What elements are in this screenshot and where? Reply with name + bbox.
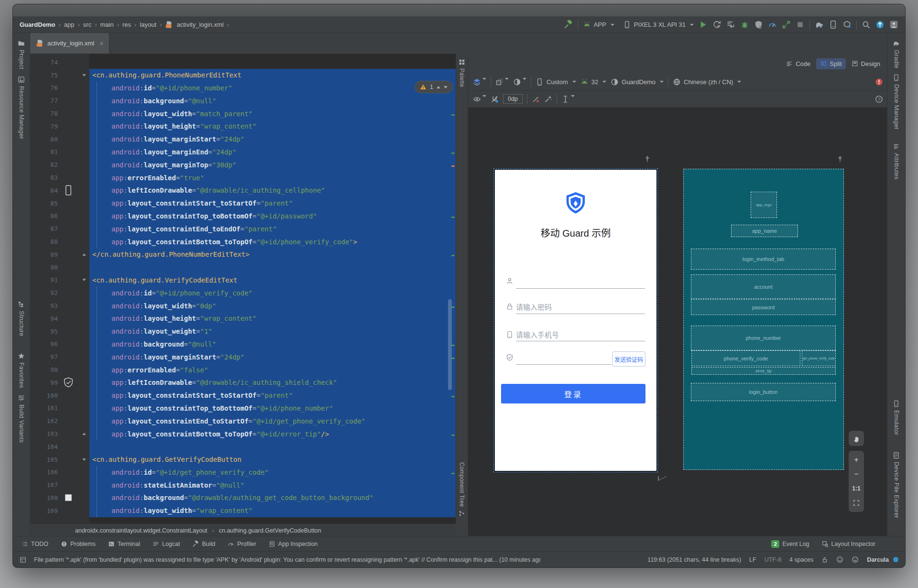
code-text[interactable]: android:layout_weight="1" <box>89 325 456 338</box>
toolwindow-button-build-variants[interactable]: Build Variants <box>13 394 30 443</box>
mode-code[interactable]: Code <box>782 58 814 69</box>
code-line-88[interactable]: 88app:layout_constraintBottom_toTopOf="@… <box>30 235 456 248</box>
debug-button[interactable] <box>740 20 749 29</box>
tab-activity-login-xml[interactable]: </> activity_login.xml × <box>30 33 109 54</box>
toolwindow-button-attributes[interactable]: Attributes <box>887 143 905 180</box>
code-line-106[interactable]: 106android:id="@+id/get_phone_verify_cod… <box>30 466 456 479</box>
code-text[interactable]: android:layout_marginStart="24dp" <box>89 133 456 146</box>
search-button[interactable] <box>862 20 871 29</box>
run-button[interactable] <box>699 20 708 29</box>
breadcrumb-item[interactable]: app <box>64 21 75 28</box>
code-text[interactable]: app:leftIconDrawable="@drawable/ic_authi… <box>89 184 456 197</box>
toolwindow-button-emulator[interactable]: Emulator <box>887 400 905 435</box>
code-text[interactable]: android:background="@null" <box>89 94 456 107</box>
code-text[interactable]: android:background="@null" <box>89 338 456 351</box>
breadcrumb-item[interactable]: main <box>100 21 113 28</box>
code-text[interactable]: app:layout_constraintStart_toStartOf="pa… <box>89 197 456 210</box>
rerun-activity-button[interactable]: A <box>712 20 721 29</box>
file-encoding[interactable]: UTF-8 <box>765 556 781 563</box>
code-line-76[interactable]: 76android:id="@+id/phone_number" <box>30 82 456 95</box>
phone-placeholder[interactable]: 请输入手机号 <box>516 329 559 339</box>
xml-breadcrumb-item[interactable]: cn.authing.guard.GetVerifyCodeButton <box>219 527 321 534</box>
code-line-85[interactable]: 85app:layout_constraintStart_toStartOf="… <box>30 197 456 210</box>
code-line-89[interactable]: 89</cn.authing.guard.PhoneNumberEditText… <box>30 248 456 261</box>
code-line-105[interactable]: 105<cn.authing.guard.GetVerifyCodeButton <box>30 453 456 466</box>
code-line-81[interactable]: 81android:layout_marginEnd="24dp" <box>30 146 456 159</box>
phone-input-underline[interactable] <box>516 341 645 341</box>
fold-marker-icon[interactable] <box>82 433 86 435</box>
color-swatch-icon[interactable] <box>63 494 74 502</box>
pack-align-button[interactable] <box>561 95 575 103</box>
toolwindow-button-build[interactable]: Build <box>192 541 215 547</box>
attach-debugger-button[interactable] <box>754 20 763 29</box>
breadcrumb-item[interactable]: res <box>122 21 131 28</box>
api-level-dropdown[interactable]: 32 <box>580 78 606 86</box>
code-line-104[interactable]: 104 <box>30 440 456 453</box>
readonly-lock-icon[interactable] <box>821 556 828 563</box>
code-line-80[interactable]: 80android:layout_marginStart="24dp" <box>30 133 456 146</box>
code-text[interactable]: app:layout_constraintEnd_toStartOf="@+id… <box>89 414 456 427</box>
code-line-97[interactable]: 97android:layout_marginStart="24dp" <box>30 350 456 363</box>
layout-blueprint-device[interactable]: app_logoapp_namelogin_method_tabaccountp… <box>683 169 844 470</box>
close-tab-icon[interactable]: × <box>99 40 103 47</box>
zoom-ratio-button[interactable]: 1:1 <box>849 481 864 496</box>
account-input-underline[interactable] <box>516 288 645 289</box>
code-text[interactable]: app:errorEnabled="false" <box>89 363 456 376</box>
breadcrumb-item[interactable]: GuardDemo <box>20 21 55 28</box>
render-errors-button[interactable] <box>875 78 883 86</box>
blueprint-phone-number[interactable]: phone_number <box>691 326 836 350</box>
view-options-button[interactable] <box>473 95 486 103</box>
design-surface[interactable]: 移动 Guard 示例 请输入密码 请输入手机号 发送验证码 登录 app_lo… <box>468 108 888 536</box>
code-line-92[interactable]: 92android:id="@+id/phone_verify_code" <box>30 286 456 299</box>
code-text[interactable]: android:layout_width="match_parent" <box>89 107 456 120</box>
code-text[interactable]: app:layout_constraintTop_toBottomOf="@+i… <box>89 210 456 223</box>
toolwindow-button-event-log[interactable]: 2Event Log <box>771 540 809 548</box>
blueprint-account[interactable]: account <box>691 274 836 299</box>
frowny-face-icon[interactable] <box>852 556 859 563</box>
surface-selector-button[interactable] <box>473 78 486 86</box>
orientation-button[interactable] <box>495 78 509 86</box>
code-text[interactable]: app:layout_constraintEnd_toEndOf="parent… <box>89 222 456 235</box>
code-line-87[interactable]: 87app:layout_constraintEnd_toEndOf="pare… <box>30 222 456 235</box>
prev-warning-icon[interactable] <box>437 86 440 88</box>
code-text[interactable]: app:layout_constraintBottom_toTopOf="@+i… <box>89 427 456 440</box>
code-text[interactable]: app:errorEnabled="true" <box>89 171 456 184</box>
code-line-107[interactable]: 107android:stateListAnimator="@null" <box>30 479 456 491</box>
run-config-dropdown[interactable]: APP <box>583 21 614 29</box>
next-warning-icon[interactable] <box>444 86 448 88</box>
code-text[interactable]: android:id="@+id/phone_verify_code" <box>89 286 456 299</box>
clear-constraints-button[interactable] <box>532 95 540 103</box>
toolwindow-button-gradle[interactable]: Gradle <box>887 40 905 68</box>
code-line-83[interactable]: 83app:errorEnabled="true" <box>30 171 456 184</box>
code-text[interactable]: <cn.authing.guard.PhoneNumberEditText <box>89 69 456 82</box>
code-line-101[interactable]: 101app:layout_constraintTop_toBottomOf="… <box>30 402 456 415</box>
code-line-84[interactable]: 84app:leftIconDrawable="@drawable/ic_aut… <box>30 184 456 197</box>
verify-code-underline[interactable] <box>516 364 612 365</box>
stop-button[interactable] <box>796 20 805 29</box>
toolwindow-button-terminal[interactable]: Terminal <box>108 541 140 547</box>
fold-marker-icon[interactable] <box>82 253 86 256</box>
device-manager-button[interactable] <box>829 20 838 29</box>
code-text[interactable]: android:id="@+id/get_phone_verify_code" <box>89 466 456 479</box>
code-line-79[interactable]: 79android:layout_height="wrap_content" <box>30 120 456 133</box>
toolwindow-button-layout-inspector[interactable]: Layout Inspector <box>822 541 875 547</box>
code-text[interactable]: android:layout_marginEnd="24dp" <box>89 146 456 159</box>
code-text[interactable]: android:layout_height="wrap_content" <box>89 120 456 133</box>
login-button[interactable]: 登录 <box>501 384 645 403</box>
toolwindow-switcher-icon[interactable] <box>20 556 26 563</box>
toolwindow-button-device-manager[interactable]: Device Manager <box>887 74 905 130</box>
line-separator[interactable]: LF <box>749 556 756 563</box>
toolwindow-button-todo[interactable]: TODO <box>22 541 48 547</box>
default-margin-field[interactable]: 0dp <box>503 94 523 104</box>
toolwindow-button-profiler[interactable]: Profiler <box>228 541 256 547</box>
infer-constraints-button[interactable] <box>544 95 552 103</box>
sdk-manager-button[interactable] <box>842 20 852 29</box>
send-verify-code-button[interactable]: 发送验证码 <box>612 351 645 367</box>
layout-preview-device[interactable]: 移动 Guard 示例 请输入密码 请输入手机号 发送验证码 登录 <box>494 169 657 472</box>
code-text[interactable]: android:background="@drawable/authing_ge… <box>89 491 456 504</box>
fold-marker-icon[interactable] <box>82 279 86 281</box>
code-line-98[interactable]: 98app:errorEnabled="false" <box>30 363 456 376</box>
code-line-102[interactable]: 102app:layout_constraintEnd_toStartOf="@… <box>30 414 456 427</box>
fold-marker-icon[interactable] <box>82 458 86 461</box>
sync-gradle-button[interactable] <box>815 20 824 29</box>
